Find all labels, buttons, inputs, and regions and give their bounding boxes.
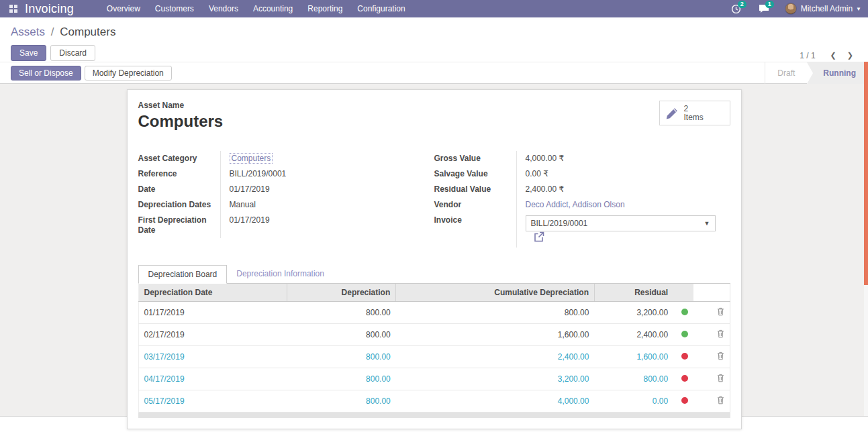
gross-value-value[interactable]: 4,000.00 ₹ [516,151,718,166]
depreciation-dates-value[interactable]: Manual [220,197,422,213]
scrollbar-thumb[interactable] [864,62,868,285]
cell-cumulative[interactable]: 3,200.00 [396,368,595,390]
cell-depreciation[interactable]: 800.00 [287,324,396,346]
col-residual[interactable]: Residual [594,284,673,302]
cell-residual[interactable]: 2,400.00 [594,324,673,346]
modify-depreciation-button[interactable]: Modify Depreciation [85,66,172,80]
pager-prev-icon[interactable]: ❮ [825,50,842,61]
cell-cumulative[interactable]: 1,600.00 [396,324,595,346]
menu-overview[interactable]: Overview [99,0,148,17]
invoice-select[interactable]: BILL/2019/0001 ▼ [526,215,716,231]
salvage-value-value[interactable]: 0.00 ₹ [516,166,718,182]
app-title[interactable]: Invoicing [25,2,74,16]
statusbar-states: Draft Running [765,62,868,84]
table-row[interactable]: 01/17/2019 800.00 800.00 3,200.00 [138,302,730,324]
delete-row-button[interactable] [717,352,724,362]
cell-residual[interactable]: 3,200.00 [594,302,673,324]
user-menu[interactable]: Mitchell Admin ▼ [785,3,861,15]
trash-icon [717,329,724,338]
unposted-status-dot [681,375,688,382]
statusbar: Sell or Dispose Modify Depreciation Draf… [0,62,868,84]
menu-reporting[interactable]: Reporting [300,0,350,17]
cell-date[interactable]: 05/17/2019 [138,390,287,413]
field-group-right: Gross Value 4,000.00 ₹ Salvage Value 0.0… [434,151,730,248]
notebook: Depreciation Board Depreciation Informat… [138,265,730,418]
col-depreciation[interactable]: Depreciation [287,284,396,302]
control-panel: Assets / Computers Save Discard 1 / 1 ❮ … [0,17,868,62]
cell-depreciation[interactable]: 800.00 [287,302,396,324]
residual-value-value[interactable]: 2,400.00 ₹ [516,182,718,197]
trash-icon [717,396,724,404]
delete-row-button[interactable] [717,307,724,318]
cell-date[interactable]: 04/17/2019 [138,368,287,390]
table-row[interactable]: 03/17/2019 800.00 2,400.00 1,600.00 [138,346,730,368]
table-row[interactable]: 04/17/2019 800.00 3,200.00 800.00 [138,368,730,390]
asset-category-value[interactable]: Computers [230,153,273,164]
menu-vendors[interactable]: Vendors [201,0,246,17]
state-running[interactable]: Running [807,62,868,84]
breadcrumb-current: Computers [60,25,115,38]
cell-residual[interactable]: 800.00 [594,368,673,390]
cell-residual[interactable]: 0.00 [594,390,673,413]
save-button[interactable]: Save [11,45,46,61]
user-name: Mitchell Admin [801,4,853,13]
cell-date[interactable]: 03/17/2019 [138,346,287,368]
trash-icon [717,307,724,316]
apps-grid-icon[interactable] [9,5,18,13]
depreciation-table: Depreciation Date Depreciation Cumulativ… [138,284,730,413]
menu-customers[interactable]: Customers [148,0,201,17]
cell-date[interactable]: 01/17/2019 [138,302,287,324]
state-draft[interactable]: Draft [765,62,807,84]
delete-row-button[interactable] [717,374,724,384]
caret-down-icon: ▼ [856,6,861,12]
cell-cumulative[interactable]: 2,400.00 [396,346,595,368]
delete-row-button[interactable] [717,329,724,340]
delete-row-button[interactable] [717,396,724,407]
pager-count: 1 / 1 [800,51,815,60]
messages-button[interactable]: 1 [759,4,769,13]
cell-date[interactable]: 02/17/2019 [138,324,287,346]
pager-next-icon[interactable]: ❯ [842,50,859,61]
date-value[interactable]: 01/17/2019 [220,182,422,197]
external-link-icon[interactable] [534,231,544,245]
trash-icon [717,352,724,360]
posted-status-dot [681,309,688,315]
cell-depreciation[interactable]: 800.00 [287,346,396,368]
menu-configuration[interactable]: Configuration [350,0,412,17]
posted-status-dot [681,331,688,337]
trash-icon [717,374,724,382]
salvage-value-label: Salvage Value [434,166,516,182]
first-depreciation-date-value[interactable]: 01/17/2019 [220,213,422,238]
menu-accounting[interactable]: Accounting [246,0,300,17]
cell-cumulative[interactable]: 800.00 [396,302,595,324]
items-count: 2 [684,105,704,113]
breadcrumb-assets[interactable]: Assets [11,25,45,38]
col-delete [693,284,730,302]
reference-label: Reference [138,166,220,182]
cell-depreciation[interactable]: 800.00 [287,390,396,413]
col-cumulative-depreciation[interactable]: Cumulative Depreciation [396,284,595,302]
tab-depreciation-information[interactable]: Depreciation Information [227,265,334,283]
message-badge: 1 [765,1,774,8]
residual-value-label: Residual Value [434,182,516,197]
asset-category-label: Asset Category [138,151,220,166]
discard-button[interactable]: Discard [50,45,95,61]
items-stat-button[interactable]: 2 Items [659,101,730,125]
vendor-value[interactable]: Deco Addict, Addison Olson [526,200,625,209]
cell-cumulative[interactable]: 4,000.00 [396,390,595,413]
reference-value[interactable]: BILL/2019/0001 [220,166,422,182]
pager: 1 / 1 ❮ ❯ [800,50,859,61]
cell-depreciation[interactable]: 800.00 [287,368,396,390]
table-row[interactable]: 02/17/2019 800.00 1,600.00 2,400.00 [138,324,730,346]
asset-name-value[interactable]: Computers [138,112,730,131]
activities-button[interactable]: 2 [731,4,741,14]
tab-depreciation-board[interactable]: Depreciation Board [138,265,228,284]
items-label: Items [684,113,704,122]
col-depreciation-date[interactable]: Depreciation Date [138,284,287,302]
table-row[interactable]: 05/17/2019 800.00 4,000.00 0.00 [138,390,730,413]
sell-or-dispose-button[interactable]: Sell or Dispose [11,66,81,80]
main-menu: Overview Customers Vendors Accounting Re… [99,0,413,17]
cell-residual[interactable]: 1,600.00 [594,346,673,368]
table-footer [138,413,730,418]
app-navbar: Invoicing Overview Customers Vendors Acc… [0,0,868,17]
